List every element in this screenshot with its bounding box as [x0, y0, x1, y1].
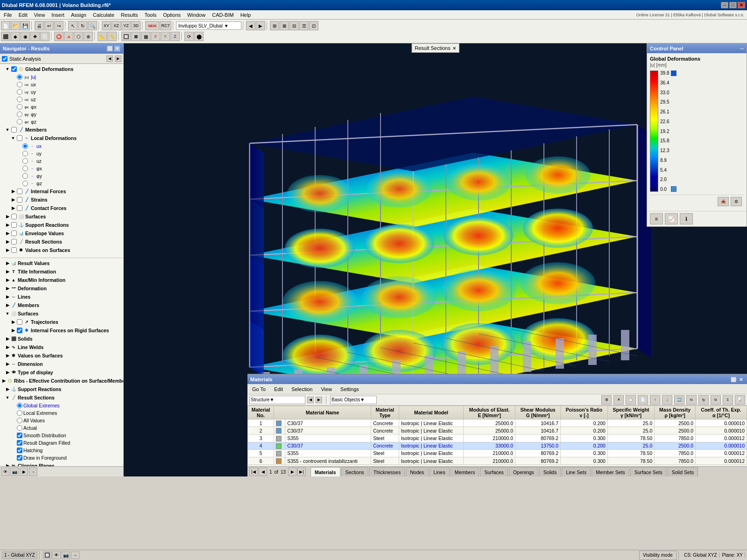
cp-icon-info[interactable]: ℹ	[680, 213, 693, 224]
expand-ribs[interactable]: ▶	[1, 378, 7, 383]
expand-global-deform[interactable]: ▼	[5, 67, 10, 71]
close-btn[interactable]: ✕	[738, 2, 745, 8]
expand-trajectories[interactable]: ▶	[10, 320, 16, 324]
cb-trajectories[interactable]	[17, 319, 22, 325]
page-next[interactable]: ▶	[288, 468, 296, 476]
legend-slider-bottom[interactable]	[671, 186, 677, 192]
tb-extra1[interactable]: ⊞	[270, 21, 279, 30]
menu-calculate[interactable]: Calculate	[90, 11, 117, 19]
nav-prev-btn[interactable]: ◀	[106, 56, 113, 62]
tb2-13[interactable]: 🔳	[131, 32, 141, 41]
nav-btn-camera[interactable]: 📷	[10, 468, 19, 476]
tb2-axis-y[interactable]: Y	[161, 32, 170, 41]
mat-menu-edit[interactable]: Edit	[271, 385, 286, 393]
tree-values-surfaces-2[interactable]: ▶ ✱ Values on Surfaces	[1, 351, 122, 360]
cp-export-btn[interactable]: 📤	[718, 197, 729, 206]
tree-ribs[interactable]: ▶ ⬡ Ribs - Effective Contribution on Sur…	[1, 377, 122, 385]
tab-solids[interactable]: Solids	[539, 467, 561, 476]
tree-result-sections-2[interactable]: ▼ ╱ Result Sections	[1, 393, 122, 402]
tree-ux[interactable]: ux ux	[1, 81, 122, 88]
expand-support-react-2[interactable]: ▶	[5, 387, 10, 392]
tree-solids[interactable]: ▶ ⬛ Solids	[1, 335, 122, 343]
radio-uy[interactable]	[17, 89, 22, 95]
cb-strains[interactable]	[17, 197, 22, 203]
tab-nodes[interactable]: Nodes	[406, 467, 428, 476]
radio-rs-all-values[interactable]	[17, 418, 22, 423]
mat-tb-4[interactable]: 📄	[638, 395, 648, 405]
expand-surfaces-2[interactable]: ▼	[5, 311, 10, 316]
expand-members[interactable]: ▼	[5, 127, 10, 132]
tree-maxmin[interactable]: ▶ ▲ Max/Min Information	[1, 276, 122, 284]
tab-members[interactable]: Members	[451, 467, 479, 476]
expand-strains[interactable]: ▶	[10, 197, 16, 202]
tab-solid-sets[interactable]: Solid Sets	[668, 467, 698, 476]
mat-menu-settings[interactable]: Settings	[338, 385, 362, 393]
tree-support-react-2[interactable]: ▶ ⚓ Support Reactions	[1, 385, 122, 393]
expand-int-forces-rigid[interactable]: ▶	[10, 328, 16, 333]
expand-result-sections-2[interactable]: ▼	[5, 395, 10, 400]
expand-contact-forces[interactable]: ▶	[10, 206, 16, 210]
table-row[interactable]: 4 C30/37 Concrete Isotropic | Linear Ela…	[248, 442, 747, 449]
status-dropdown[interactable]: 1 - Global XYZ	[2, 552, 37, 559]
cp-minimize[interactable]: ─	[740, 46, 744, 51]
tb-view3d[interactable]: 3D	[131, 21, 141, 30]
nav-float-btn[interactable]: ⬜	[106, 45, 113, 52]
tb-load-combo[interactable]: Inviluppo SLV_Dlubal ▼	[176, 21, 241, 30]
tb-rc7[interactable]: RC7	[160, 21, 171, 30]
tree-loc-phix[interactable]: ~ φx	[1, 165, 122, 172]
radio-loc-phiy[interactable]	[22, 173, 28, 179]
tab-member-sets[interactable]: Member Sets	[592, 467, 629, 476]
tree-result-values[interactable]: ▶ 📊 Result Values	[1, 259, 122, 267]
expand-deformation[interactable]: ▶	[5, 286, 10, 291]
tab-materials[interactable]: Materials	[310, 467, 340, 476]
rs-tab-close[interactable]: ✕	[452, 46, 456, 51]
menu-assign[interactable]: Assign	[68, 11, 89, 19]
expand-values-surfaces[interactable]: ▶	[5, 248, 10, 252]
tab-surface-sets[interactable]: Surface Sets	[630, 467, 667, 476]
tb-view1[interactable]: XY	[102, 21, 111, 30]
tb2-2[interactable]: ◆	[11, 32, 20, 41]
expand-result-sections[interactable]: ▶	[5, 239, 10, 244]
expand-title-info[interactable]: ▶	[5, 269, 10, 274]
expand-local-deform[interactable]: ▼	[10, 136, 16, 140]
expand-envelope[interactable]: ▶	[5, 231, 10, 236]
nav-btn-eye[interactable]: 👁	[1, 468, 9, 476]
cb-envelope[interactable]	[11, 231, 17, 236]
expand-result-values[interactable]: ▶	[5, 261, 10, 266]
tb2-14[interactable]: ▦	[141, 32, 150, 41]
tree-phiy[interactable]: φy φy	[1, 111, 122, 118]
tree-dimension[interactable]: ▶ ↔ Dimension	[1, 360, 122, 368]
expand-int-forces[interactable]: ▶	[10, 189, 16, 194]
cb-rs-foreground[interactable]	[17, 455, 22, 461]
cp-icon-chart[interactable]: 📈	[665, 213, 678, 224]
tree-rs-actual[interactable]: Actual	[1, 424, 122, 432]
radio-loc-phix[interactable]	[22, 166, 28, 171]
cb-rs-smooth[interactable]	[17, 433, 22, 438]
tree-phiz[interactable]: φz φz	[1, 118, 122, 126]
tb2-15[interactable]: ⟳	[184, 32, 194, 41]
tree-line-welds[interactable]: ▶ ∿ Line Welds	[1, 343, 122, 351]
tree-uy[interactable]: uy uy	[1, 88, 122, 96]
tree-clipping[interactable]: ▶ ✂ Clipping Planes	[1, 462, 122, 466]
mat-menu-goto[interactable]: Go To	[249, 385, 268, 393]
tb-extra4[interactable]: ☰	[299, 21, 309, 30]
menu-cadbim[interactable]: CAD-BIM	[209, 11, 236, 19]
table-row[interactable]: 1 C30/37 Concrete Isotropic | Linear Ela…	[248, 420, 747, 427]
tree-result-sections[interactable]: ▶ ╱ Result Sections	[1, 238, 122, 246]
tb-rotate[interactable]: ↻	[78, 21, 87, 30]
tb-zoom[interactable]: 🔍	[88, 21, 97, 30]
nav-checkbox[interactable]	[2, 56, 7, 62]
filter-next-btn[interactable]: ▶	[316, 397, 322, 403]
expand-lines[interactable]: ▶	[5, 294, 10, 299]
mat-menu-selection[interactable]: Selection	[289, 385, 315, 393]
tree-loc-uy[interactable]: ~ uy	[1, 150, 122, 157]
mat-tb-6[interactable]: ↓	[662, 395, 672, 405]
tb2-1[interactable]: ⬛	[1, 32, 10, 41]
mat-menu-view[interactable]: View	[318, 385, 335, 393]
tab-line-sets[interactable]: Line Sets	[562, 467, 591, 476]
menu-insert[interactable]: Insert	[49, 11, 67, 19]
cp-icon-table[interactable]: ≡	[650, 213, 663, 224]
tree-envelope[interactable]: ▶ 📊 Envelope Values	[1, 229, 122, 238]
tb2-axis-x[interactable]: X	[151, 32, 160, 41]
tb-new[interactable]: 📄	[1, 21, 10, 30]
